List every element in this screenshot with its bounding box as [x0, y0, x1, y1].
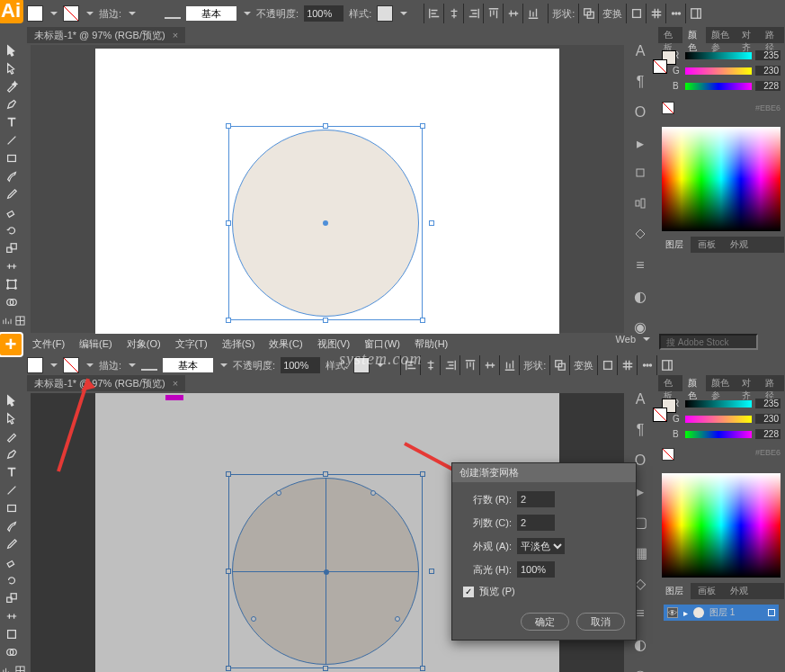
color-spectrum[interactable]: [662, 473, 781, 578]
free-transform-tool[interactable]: [0, 275, 23, 293]
more-icon[interactable]: [637, 355, 656, 375]
free-transform-tool[interactable]: [0, 625, 23, 643]
panel-dock-icon[interactable]: [656, 355, 676, 375]
type-panel-icon[interactable]: A: [631, 43, 649, 61]
tab-colorguide[interactable]: 颜色参: [706, 375, 736, 391]
handle-bc[interactable]: [323, 318, 328, 323]
line-tool[interactable]: [0, 481, 23, 499]
anchor-tl[interactable]: [276, 490, 281, 496]
stock-search[interactable]: [659, 334, 758, 350]
tab-appearance[interactable]: 外观: [723, 237, 755, 253]
align-left-icon[interactable]: [424, 4, 443, 23]
arrange-icon[interactable]: [617, 355, 637, 375]
none-color-icon[interactable]: [662, 102, 674, 114]
menu-help[interactable]: 帮助(H): [409, 334, 453, 354]
g-slider[interactable]: [685, 416, 752, 423]
handle-mr[interactable]: [429, 220, 434, 226]
menu-type[interactable]: 文字(T): [170, 334, 213, 354]
brush-preview[interactable]: [165, 8, 181, 19]
tab-align[interactable]: 对齐: [736, 27, 761, 43]
brush-tool[interactable]: [0, 517, 23, 535]
panel-fill-stroke[interactable]: [662, 50, 667, 74]
magic-wand-tool[interactable]: [0, 427, 23, 445]
column-graph-tool[interactable]: [0, 311, 13, 329]
collapse-icon[interactable]: ▸: [631, 135, 649, 153]
eraser-tool[interactable]: [0, 203, 23, 221]
pencil-tool[interactable]: [0, 185, 23, 203]
handle-bc[interactable]: [323, 666, 328, 671]
rectangle-tool[interactable]: [0, 149, 23, 167]
isolate-icon[interactable]: [597, 355, 617, 375]
opacity-input[interactable]: [281, 357, 320, 373]
cols-input[interactable]: [517, 515, 555, 531]
align-top-icon[interactable]: [459, 355, 479, 375]
document-tab[interactable]: 未标题-1* @ 97% (RGB/预览) ×: [27, 375, 185, 391]
stroke-swatch[interactable]: [63, 5, 79, 22]
layer-row[interactable]: 👁 ▸ 图层 1: [664, 605, 779, 621]
tab-color[interactable]: 颜色: [682, 27, 707, 43]
paragraph-panel-icon[interactable]: ¶: [631, 422, 649, 440]
align-center-h-icon[interactable]: [443, 4, 463, 23]
pen-tool[interactable]: [0, 445, 23, 463]
pencil-tool[interactable]: [0, 535, 23, 553]
pen-tool[interactable]: [0, 95, 23, 113]
align-bottom-icon[interactable]: [522, 4, 542, 23]
b-slider[interactable]: [685, 431, 752, 438]
mesh-tool[interactable]: [13, 311, 27, 329]
shape-unite-icon[interactable]: [549, 355, 569, 375]
shape-builder-tool[interactable]: [0, 293, 23, 311]
close-tab-icon[interactable]: ×: [173, 378, 178, 389]
brush-basic[interactable]: 基本: [186, 6, 236, 21]
handle-tc[interactable]: [323, 471, 328, 477]
g-slider[interactable]: [685, 67, 752, 75]
anchor-tr[interactable]: [370, 490, 376, 496]
opacity-input[interactable]: [304, 5, 343, 22]
align-bottom-icon[interactable]: [499, 355, 519, 375]
eraser-tool[interactable]: [0, 553, 23, 571]
pathfinder-panel-icon[interactable]: [631, 227, 649, 245]
tab-colorguide[interactable]: 颜色参: [706, 27, 736, 43]
b-value[interactable]: 228: [755, 81, 781, 91]
highlight-input[interactable]: [517, 561, 555, 578]
tab-layers[interactable]: 图层: [658, 237, 691, 253]
scale-tool[interactable]: [0, 589, 23, 607]
rows-input[interactable]: [517, 491, 555, 507]
menu-select[interactable]: 选择(S): [217, 334, 261, 354]
fill-swatch[interactable]: [27, 5, 43, 22]
more-icon[interactable]: [665, 4, 685, 23]
handle-br[interactable]: [420, 666, 425, 671]
width-tool[interactable]: [0, 607, 23, 625]
isolate-icon[interactable]: [626, 4, 646, 23]
menu-window[interactable]: 窗口(W): [359, 334, 406, 354]
align-panel-icon[interactable]: [631, 196, 649, 214]
menu-object[interactable]: 对象(O): [121, 334, 166, 354]
rotate-tool[interactable]: [0, 571, 23, 589]
menu-view[interactable]: 视图(V): [312, 334, 356, 354]
transform-panel-icon[interactable]: [631, 166, 649, 184]
rectangle-tool[interactable]: [0, 499, 23, 517]
style-swatch[interactable]: [377, 5, 393, 22]
cancel-button[interactable]: 取消: [576, 613, 625, 631]
tab-swatches[interactable]: 色板: [658, 375, 682, 391]
selection-tool[interactable]: [0, 391, 23, 409]
b-slider[interactable]: [685, 83, 752, 90]
paragraph-panel-icon[interactable]: ¶: [631, 74, 649, 92]
handle-tr[interactable]: [420, 471, 425, 477]
menu-file[interactable]: 文件(F): [27, 334, 70, 354]
align-center-v-icon[interactable]: [503, 4, 522, 23]
r-slider[interactable]: [685, 52, 752, 59]
scale-tool[interactable]: [0, 239, 23, 257]
brush-basic[interactable]: 基本: [163, 358, 213, 372]
r-value[interactable]: 235: [755, 50, 781, 60]
anchor-bl[interactable]: [251, 616, 256, 622]
transparency-panel-icon[interactable]: ◐: [631, 288, 649, 306]
tab-appearance[interactable]: 外观: [723, 583, 755, 599]
selection-tool[interactable]: [0, 41, 23, 59]
type-panel-icon[interactable]: A: [631, 391, 649, 409]
tab-color[interactable]: 颜色: [682, 375, 707, 391]
shape-builder-tool[interactable]: [0, 643, 23, 661]
direct-selection-tool[interactable]: [0, 59, 23, 77]
tab-pathfinder[interactable]: 路径: [760, 375, 784, 391]
g-value[interactable]: 230: [755, 66, 781, 76]
brush-preview[interactable]: [141, 360, 157, 371]
